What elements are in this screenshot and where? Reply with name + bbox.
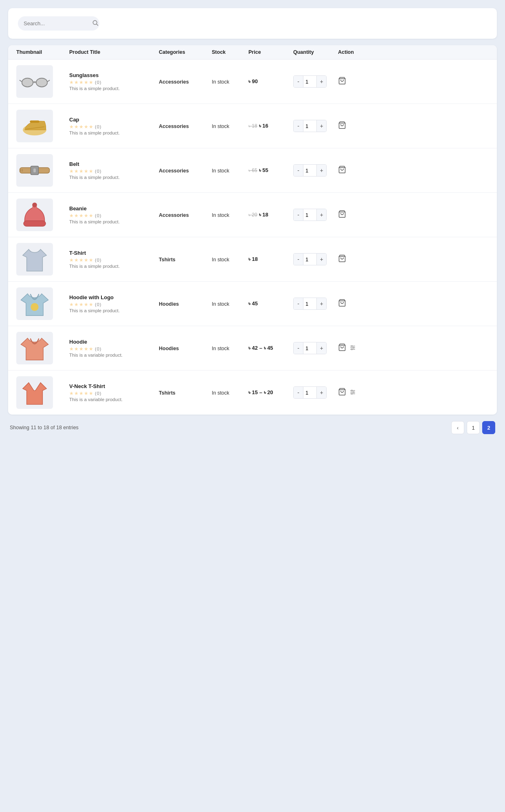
product-category: Accessories <box>159 168 212 174</box>
star-icon: ★ <box>74 346 79 352</box>
cart-icon <box>338 254 346 263</box>
qty-decrease-button[interactable]: - <box>294 387 303 398</box>
page-2-button[interactable]: 2 <box>482 421 495 434</box>
product-thumbnail <box>16 110 69 142</box>
qty-input[interactable] <box>303 254 317 265</box>
product-quantity: - + <box>293 209 338 221</box>
product-price: ৳ 90 <box>248 78 293 85</box>
qty-increase-button[interactable]: + <box>317 342 326 354</box>
add-to-cart-button[interactable] <box>338 77 346 87</box>
cart-icon <box>338 210 346 218</box>
cart-icon <box>338 299 346 307</box>
star-icon: ★ <box>69 168 74 174</box>
col-price: Price <box>248 49 293 55</box>
search-wrap <box>18 16 99 31</box>
qty-input[interactable] <box>303 76 317 87</box>
qty-increase-button[interactable]: + <box>317 387 326 398</box>
qty-decrease-button[interactable]: - <box>294 298 303 309</box>
star-icon: ★ <box>89 257 94 263</box>
star-icon: ★ <box>89 168 94 174</box>
qty-input[interactable] <box>303 298 317 309</box>
add-to-cart-button[interactable] <box>338 210 346 220</box>
product-stock: In stock <box>212 256 248 263</box>
product-stock: In stock <box>212 345 248 351</box>
product-name: Sunglasses <box>69 72 159 78</box>
star-icon: ★ <box>74 124 79 130</box>
star-icon: ★ <box>69 79 74 85</box>
qty-input[interactable] <box>303 387 317 398</box>
qty-increase-button[interactable]: + <box>317 209 326 221</box>
qty-decrease-button[interactable]: - <box>294 342 303 354</box>
qty-input[interactable] <box>303 120 317 132</box>
star-icon: ★ <box>79 213 84 218</box>
search-button[interactable] <box>92 20 99 27</box>
product-action <box>338 299 371 309</box>
search-input[interactable] <box>24 20 92 26</box>
qty-decrease-button[interactable]: - <box>294 120 303 132</box>
variant-options-button[interactable] <box>349 344 356 352</box>
star-icon: ★ <box>74 79 79 85</box>
qty-decrease-button[interactable]: - <box>294 76 303 87</box>
svg-point-31 <box>351 349 353 350</box>
qty-increase-button[interactable]: + <box>317 254 326 265</box>
product-info: Sunglasses ★★★★★(0) This is a simple pro… <box>69 72 159 91</box>
product-action <box>338 121 371 131</box>
star-icon: ★ <box>69 391 74 396</box>
add-to-cart-button[interactable] <box>338 165 346 176</box>
product-info: V-Neck T-Shirt ★★★★★(0) This is a variab… <box>69 383 159 402</box>
table-row: Cap ★★★★★(0) This is a simple product. A… <box>8 104 497 148</box>
page-1-button[interactable]: 1 <box>467 421 480 434</box>
add-to-cart-button[interactable] <box>338 299 346 309</box>
svg-point-29 <box>351 345 353 346</box>
product-rating: ★★★★★(0) <box>69 346 159 352</box>
prev-page-button[interactable]: ‹ <box>451 421 464 434</box>
variant-options-button[interactable] <box>349 389 356 397</box>
star-icon: ★ <box>79 257 84 263</box>
star-icon: ★ <box>69 302 74 307</box>
product-thumbnail <box>16 376 69 409</box>
star-icon: ★ <box>89 346 94 352</box>
review-count: (0) <box>95 258 101 263</box>
qty-decrease-button[interactable]: - <box>294 254 303 265</box>
qty-input[interactable] <box>303 165 317 176</box>
product-quantity: - + <box>293 120 338 132</box>
qty-increase-button[interactable]: + <box>317 120 326 132</box>
table-row: Beanie ★★★★★(0) This is a simple product… <box>8 193 497 237</box>
qty-input[interactable] <box>303 209 317 221</box>
product-quantity: - + <box>293 342 338 354</box>
qty-increase-button[interactable]: + <box>317 165 326 176</box>
product-info: Belt ★★★★★(0) This is a simple product. <box>69 161 159 180</box>
star-icon: ★ <box>69 346 74 352</box>
svg-line-1 <box>97 24 98 26</box>
svg-line-5 <box>20 80 22 82</box>
svg-point-36 <box>351 390 353 391</box>
product-category: Accessories <box>159 123 212 129</box>
product-stock: In stock <box>212 301 248 307</box>
add-to-cart-button[interactable] <box>338 388 346 398</box>
qty-decrease-button[interactable]: - <box>294 209 303 221</box>
product-price: ৳ 42 – ৳ 45 <box>248 345 293 351</box>
qty-increase-button[interactable]: + <box>317 76 326 87</box>
review-count: (0) <box>95 213 101 218</box>
star-icon: ★ <box>89 213 94 218</box>
add-to-cart-button[interactable] <box>338 254 346 265</box>
review-count: (0) <box>95 346 101 351</box>
product-info: Beanie ★★★★★(0) This is a simple product… <box>69 205 159 224</box>
product-thumbnail <box>16 332 69 364</box>
star-icon: ★ <box>89 79 94 85</box>
add-to-cart-button[interactable] <box>338 121 346 131</box>
qty-input[interactable] <box>303 342 317 354</box>
qty-increase-button[interactable]: + <box>317 298 326 309</box>
sliders-icon <box>349 344 356 351</box>
product-description: This is a simple product. <box>69 264 159 269</box>
review-count: (0) <box>95 80 101 85</box>
qty-decrease-button[interactable]: - <box>294 165 303 176</box>
product-quantity: - + <box>293 298 338 310</box>
table-row: Hoodie ★★★★★(0) This is a variable produ… <box>8 326 497 371</box>
product-rating: ★★★★★(0) <box>69 391 159 396</box>
product-quantity: - + <box>293 253 338 265</box>
product-description: This is a simple product. <box>69 86 159 91</box>
star-icon: ★ <box>74 391 79 396</box>
product-category: Tshirts <box>159 256 212 263</box>
add-to-cart-button[interactable] <box>338 343 346 353</box>
